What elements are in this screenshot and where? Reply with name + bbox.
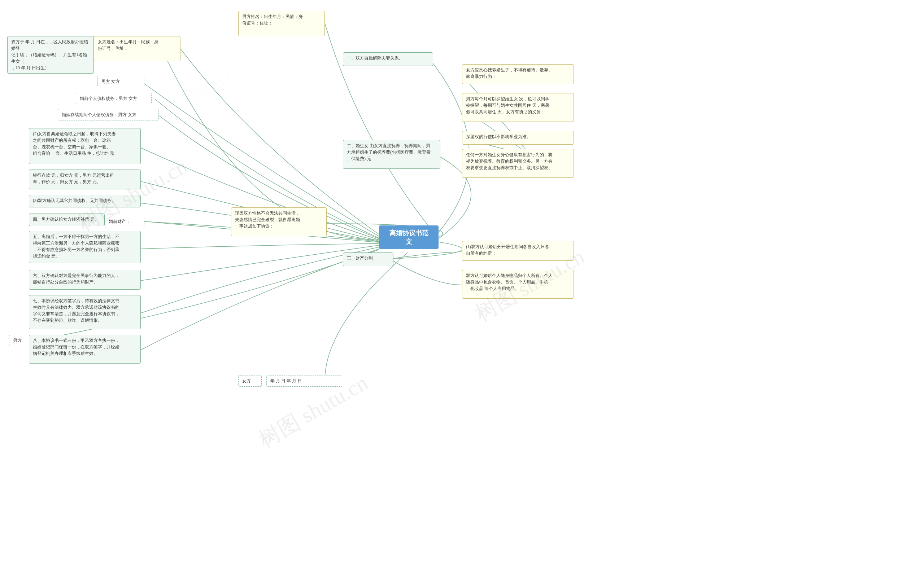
male-info-node: 男方姓名：出生年月：民族：身 份证号：住址： [238,11,325,36]
prop1-node: (1)双方认可婚后分开居住期间各自收入归各 自所有的约定； [462,241,574,261]
legal-effect-node: 七、本协议经双方签字后，待有效的法律文书 生效时具有法律效力。双方承诺对该协议书… [29,295,141,329]
property-clause-text: 三、财产分割 [347,256,373,261]
pre-debt-text: 婚前个人债权债务：男方 女方 [80,96,137,101]
child-clause-node: 二、婚生女 由女方直接抚养，抚养期间，男 方承担婚生子的抚养费(包括医疗费、教育… [343,140,440,169]
no-debt-text: (3)双方确认无其它共同债权、无共同债务。 [33,198,116,203]
nodes-layer: 离婚协议书范文 男方姓名：出生年月：民族：身 份证号：住址： 女方姓名：出生年月… [0,0,924,567]
bank-car-text: 银行存款 元，归女方 元，男方 元运营出租 车，作价 元，归女方 元，男方 元。 [33,173,114,184]
property-list-node: (2)女方自离婚证领取之日起，取得下列夫妻 之间共同财产的所有权：彩电一台、冰箱… [29,128,141,164]
three-copies-text: 八、本协议书一式三份，甲乙双方各执一份， 婚姻登记部门保留一份，在双方签字，并经… [33,338,119,356]
right4-node: 任何一方对婚生女身心健康有损害行为的，将 视为放弃抚养、教育的权利和义务。另一方… [462,149,574,178]
property-clause-node: 三、财产分割 [343,252,394,266]
reason-node: 现因双方性格不合无法共同生活， 夫妻感情已完全破裂，就自愿离婚 一事达成如下协议… [231,207,327,236]
right1-text: 女方应悉心抚养婚生子，不得有虐待、遗弃、 家庭暴力行为； [466,68,553,79]
center-label: 离婚协议书范文 [386,229,431,246]
assets-shared-text: 男方 女方 [101,79,120,84]
male-party-text: 男方 [13,338,22,343]
pre-property-text: 婚前财产： [109,219,130,224]
civil-capacity-node: 六、双方确认对方是完全民事行为能力的人， 能够自行处分自己的行为和财产。 [29,270,141,290]
civil-capacity-text: 六、双方确认对方是完全民事行为能力的人， 能够自行处分自己的行为和财产。 [33,273,119,285]
legal-effect-text: 七、本协议经双方签字后，待有效的法律文书 生效时具有法律效力。双方承诺对该协议书… [33,298,119,323]
no-disturb-node: 五、离婚后，一方不得干扰另一方的生活，不 得向第三方泄漏另一方的个人隐私和商业秘… [29,231,141,263]
prop2-text: 双方认可婚后个人随身物品归个人所有。个人 随身品中包含衣物、首饰、个人用品、手机… [466,273,553,291]
clause1-text: 一、双方自愿解除夫妻关系。 [347,56,403,61]
three-copies-node: 八、本协议书一式三份，甲乙双方各执一份， 婚姻登记部门保留一份，在双方签字，并经… [29,335,141,364]
center-node: 离婚协议书范文 [379,225,439,249]
no-debt-node: (3)双方确认无其它共同债权、无共同债务。 [29,195,141,207]
pre-debt-node: 婚前个人债权债务：男方 女方 [76,93,152,104]
right3-text: 探望权的行使以不影响学业为准。 [466,134,531,139]
female-sign-node: 女方： [238,375,262,387]
right3-node: 探望权的行使以不影响学业为准。 [462,131,574,145]
female-sign-text: 女方： [242,378,255,383]
marriage-reg-text: 双方于 年 月 日在＿＿区人民政府办理结婚登 记手续，（结婚证号码），并生有1名… [11,39,88,70]
right4-text: 任何一方对婚生女身心健康有损害行为的，将 视为放弃抚养、教育的权利和义务。另一方… [466,152,553,170]
bank-car-node: 银行存款 元，归女方 元，男方 元运营出租 车，作价 元，归女方 元，男方 元。 [29,170,141,189]
female-date-node: 年 月 日 年 月 日 [266,375,342,387]
marriage-debt-text: 婚姻存续期间个人债权债务：男方 女方 [62,112,137,117]
female-info-top-node: 女方姓名：出生年月：民族：身 份证号：住址： [94,36,180,62]
watermark-4: shutu.cn [179,57,249,110]
reason-text: 现因双方性格不合无法共同生活， 夫妻感情已完全破裂，就自愿离婚 一事达成如下协议… [235,211,300,229]
marriage-debt-node: 婚姻存续期间个人债权债务：男方 女方 [58,109,159,120]
right2-node: 男方每个月可以探望婚生女 次，也可以到学 校探望，每周可与婚生女共同居住 天，寒… [462,93,574,122]
assets-shared-node: 男方 女方 [98,76,144,87]
child-clause-text: 二、婚生女 由女方直接抚养，抚养期间，男 方承担婚生子的抚养费(包括医疗费、教育… [347,143,431,161]
compensation-text: 四、男方确认给女方经济补偿 元。 [33,217,99,222]
marriage-reg-node: 双方于 年 月 日在＿＿区人民政府办理结婚登 记手续，（结婚证号码），并生有1名… [7,36,94,74]
female-info-top-text: 女方姓名：出生年月：民族：身 份证号：住址： [98,39,158,51]
right2-text: 男方每个月可以探望婚生女 次，也可以到学 校探望，每周可与婚生女共同居住 天，寒… [466,96,549,114]
mindmap-container: 离婚协议书范文 男方姓名：出生年月：民族：身 份证号：住址： 女方姓名：出生年月… [0,0,924,567]
pre-property-node: 婚前财产： [105,216,144,227]
property-list-text: (2)女方自离婚证领取之日起，取得下列夫妻 之间共同财产的所有权：彩电一台、冰箱… [33,131,116,156]
clause1-node: 一、双方自愿解除夫妻关系。 [343,52,433,66]
male-info-text: 男方姓名：出生年月：民族：身 份证号：住址： [242,14,303,26]
compensation-node: 四、男方确认给女方经济补偿 元。 [29,213,105,226]
prop1-text: (1)双方认可婚后分开居住期间各自收入归各 自所有的约定； [466,244,549,256]
female-date-text: 年 月 日 年 月 日 [270,378,302,383]
no-disturb-text: 五、离婚后，一方不得干扰另一方的生活，不 得向第三方泄漏另一方的个人隐私和商业秘… [33,234,119,259]
prop2-node: 双方认可婚后个人随身物品归个人所有。个人 随身品中包含衣物、首饰、个人用品、手机… [462,270,574,298]
right1-node: 女方应悉心抚养婚生子，不得有虐待、遗弃、 家庭暴力行为； [462,64,574,84]
